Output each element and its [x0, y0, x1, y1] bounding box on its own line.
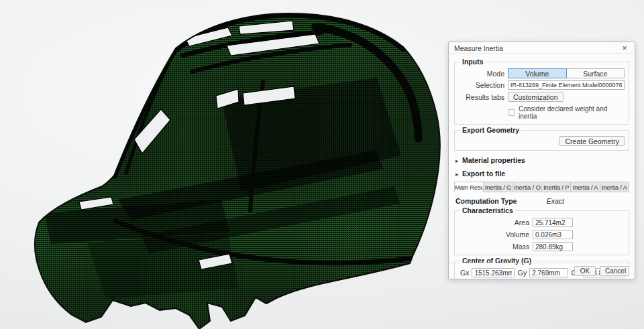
mode-row: Mode Volume Surface — [459, 68, 625, 78]
mode-surface-button[interactable]: Surface — [566, 68, 625, 78]
computation-type-row: Computation Type Exact — [455, 197, 628, 205]
area-label: Area — [459, 218, 529, 226]
cancel-button[interactable]: Cancel — [600, 266, 629, 276]
tab-main-results[interactable]: Main Resu — [454, 182, 484, 192]
measure-inertia-dialog: Measure Inertia Inputs Mode Volume Surfa… — [448, 42, 635, 279]
export-geometry-group: Export Geometry Create Geometry — [454, 126, 629, 151]
selection-input[interactable] — [508, 80, 625, 90]
section-export-to-file[interactable]: Export to file — [455, 169, 628, 178]
tab-inertia-a1[interactable]: Inertia / A — [571, 182, 600, 192]
ok-button[interactable]: OK — [574, 266, 596, 276]
inputs-group: Inputs Mode Volume Surface Selection Res… — [454, 58, 629, 125]
close-icon[interactable] — [620, 44, 629, 53]
mode-label: Mode — [459, 70, 504, 78]
export-geometry-legend: Export Geometry — [460, 126, 521, 134]
section-material-properties-label: Material properties — [462, 156, 525, 164]
collapse-arrow-icon — [455, 156, 462, 164]
mass-row: Mass — [459, 242, 625, 251]
characteristics-legend: Characteristics — [460, 206, 515, 214]
tab-inertia-g[interactable]: Inertia / G — [484, 182, 513, 192]
area-row: Area — [459, 218, 625, 227]
dialog-title: Measure Inertia — [454, 43, 620, 54]
characteristics-group: Characteristics Area Volume Mass — [454, 206, 629, 255]
create-geometry-button[interactable]: Create Geometry — [559, 136, 625, 146]
mode-volume-button[interactable]: Volume — [508, 68, 567, 78]
selection-label: Selection — [459, 81, 504, 89]
dialog-titlebar: Measure Inertia — [449, 42, 635, 54]
selection-row: Selection — [459, 80, 625, 90]
section-export-to-file-label: Export to file — [462, 170, 505, 178]
results-tabs-row: Results tabs Customization — [459, 92, 625, 102]
tab-inertia-a2[interactable]: Inertia / A — [600, 182, 629, 192]
computation-type-value: Exact — [547, 197, 564, 205]
volume-value-field[interactable] — [533, 230, 573, 239]
volume-label: Volume — [459, 231, 529, 239]
collapse-arrow-icon — [455, 170, 462, 178]
car-body-fem-model[interactable] — [0, 0, 446, 329]
export-geometry-row: Create Geometry — [459, 135, 625, 147]
computation-type-label: Computation Type — [455, 197, 517, 205]
customization-button[interactable]: Customization — [508, 92, 564, 102]
results-tab-strip: Main Resu Inertia / G Inertia / O Inerti… — [454, 182, 629, 192]
mode-segmented-control: Volume Surface — [508, 68, 625, 78]
results-tabs-label: Results tabs — [459, 93, 504, 101]
inputs-legend: Inputs — [460, 58, 486, 66]
dialog-footer: OK Cancel — [449, 263, 635, 279]
mass-label: Mass — [459, 243, 529, 251]
section-material-properties[interactable]: Material properties — [455, 155, 628, 164]
declared-weight-row: Consider declared weight and inertia — [508, 105, 625, 120]
area-value-field[interactable] — [533, 218, 573, 227]
mass-value-field[interactable] — [533, 242, 573, 251]
volume-row: Volume — [459, 230, 625, 239]
tab-inertia-o[interactable]: Inertia / O — [513, 182, 542, 192]
declared-weight-checkbox[interactable] — [508, 109, 515, 116]
car-mesh-body — [0, 0, 446, 329]
dialog-body: Inputs Mode Volume Surface Selection Res… — [449, 54, 635, 282]
declared-weight-label: Consider declared weight and inertia — [519, 105, 625, 120]
tab-inertia-p[interactable]: Inertia / P — [542, 182, 571, 192]
